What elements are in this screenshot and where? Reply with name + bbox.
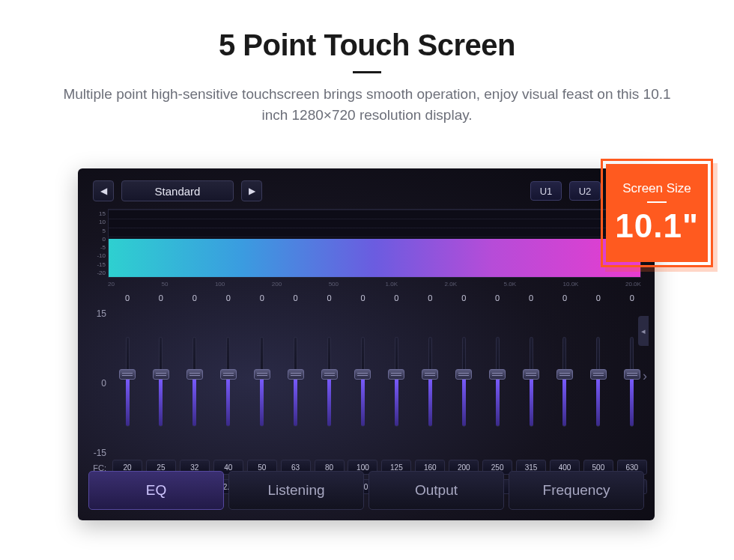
- slider-knob[interactable]: [186, 369, 203, 380]
- preset-name[interactable]: Standard: [121, 180, 234, 201]
- spectrum-y-tick: 10: [91, 219, 106, 225]
- band-slider[interactable]: [482, 305, 512, 458]
- spectrum-y-tick: -10: [91, 252, 106, 259]
- band-gain-value: 0: [461, 293, 466, 305]
- eq-band-10: 0: [415, 293, 445, 458]
- badge-label: Screen Size: [622, 181, 691, 196]
- band-gain-value: 0: [159, 293, 163, 305]
- band-slider[interactable]: [381, 305, 411, 458]
- slider-knob[interactable]: [153, 369, 169, 380]
- eq-band-11: 0: [449, 293, 479, 458]
- screen-size-badge: Screen Size 10.1": [601, 159, 713, 267]
- spectrum-x-tick: 1.0K: [386, 281, 398, 287]
- slider-knob[interactable]: [321, 369, 338, 380]
- next-preset-button[interactable]: ▶: [241, 180, 262, 201]
- slider-y-axis: 15 0 -15: [84, 293, 111, 458]
- tab-frequency[interactable]: Frequency: [509, 471, 644, 510]
- eq-band-4: 0: [213, 293, 243, 458]
- band-slider[interactable]: [112, 305, 142, 458]
- band-gain-value: 0: [562, 293, 567, 305]
- spectrum-x-tick: 5.0K: [504, 281, 516, 287]
- prev-preset-button[interactable]: ◀: [93, 180, 114, 201]
- spectrum-x-tick: 20: [108, 281, 115, 287]
- spectrum-y-axis: 151050-5-10-15-20: [91, 209, 108, 278]
- band-gain-value: 0: [630, 293, 634, 305]
- slider-axis-max: 15: [84, 293, 106, 359]
- spectrum-x-tick: 2.0K: [445, 281, 457, 287]
- eq-device-screen: ◀ Standard ▶ U1U2U3 151050-5-10-15-20 20…: [78, 168, 655, 520]
- eq-band-3: 0: [180, 293, 210, 458]
- eq-band-2: 0: [146, 293, 176, 458]
- spectrum-fill: [109, 239, 640, 277]
- slider-axis-mid: 0: [84, 359, 106, 409]
- slider-knob[interactable]: [455, 369, 472, 380]
- user-preset-u2[interactable]: U2: [569, 181, 601, 201]
- eq-band-12: 0: [482, 293, 512, 458]
- slider-knob[interactable]: [220, 369, 237, 380]
- band-slider[interactable]: [449, 305, 479, 458]
- spectrum-x-tick: 200: [272, 281, 282, 287]
- eq-band-5: 0: [247, 293, 277, 458]
- slider-knob[interactable]: [422, 369, 438, 380]
- eq-band-6: 0: [281, 293, 311, 458]
- page-subtitle: Multiple point high-sensitive touchscree…: [0, 84, 734, 125]
- spectrum-x-tick: 50: [161, 281, 168, 287]
- band-slider[interactable]: [415, 305, 445, 458]
- spectrum-y-tick: 0: [91, 236, 106, 243]
- slider-knob[interactable]: [556, 369, 573, 380]
- band-gain-value: 0: [428, 293, 432, 305]
- slider-knob[interactable]: [523, 369, 539, 380]
- slider-knob[interactable]: [254, 369, 270, 380]
- band-slider[interactable]: [213, 305, 243, 458]
- band-gain-value: 0: [360, 293, 365, 305]
- band-gain-value: 0: [394, 293, 398, 305]
- slider-knob[interactable]: [489, 369, 506, 380]
- spectrum-y-tick: -5: [91, 244, 106, 251]
- band-slider[interactable]: [348, 305, 377, 458]
- tab-output[interactable]: Output: [368, 471, 504, 510]
- band-gain-value: 0: [495, 293, 500, 305]
- spectrum-x-tick: 20.0K: [625, 281, 641, 287]
- spectrum-x-tick: 10.0K: [563, 281, 579, 287]
- eq-band-8: 0: [348, 293, 377, 458]
- band-slider[interactable]: [550, 305, 580, 458]
- title-underline: [353, 71, 381, 73]
- slider-knob[interactable]: [354, 369, 371, 380]
- band-slider[interactable]: [281, 305, 311, 458]
- spectrum-y-tick: 5: [91, 228, 106, 234]
- slider-knob[interactable]: [119, 369, 136, 380]
- bottom-tabs: EQListeningOutputFrequency: [88, 471, 644, 510]
- band-gain-value: 0: [125, 293, 130, 305]
- slider-knob[interactable]: [288, 369, 304, 380]
- collapse-handle[interactable]: ◂: [638, 316, 649, 346]
- band-slider[interactable]: [146, 305, 176, 458]
- user-preset-u1[interactable]: U1: [530, 181, 562, 201]
- spectrum-x-tick: 500: [329, 281, 339, 287]
- slider-axis-min: -15: [84, 408, 106, 458]
- band-gain-value: 0: [327, 293, 331, 305]
- band-slider[interactable]: [315, 305, 345, 458]
- eq-band-7: 0: [315, 293, 345, 458]
- band-slider[interactable]: [583, 305, 613, 458]
- band-slider[interactable]: [180, 305, 210, 458]
- tab-eq[interactable]: EQ: [88, 471, 224, 510]
- eq-band-13: 0: [516, 293, 546, 458]
- band-slider[interactable]: [516, 305, 546, 458]
- spectrum-x-axis: 20501002005001.0K2.0K5.0K10.0K20.0K: [108, 281, 641, 287]
- slider-knob[interactable]: [388, 369, 404, 380]
- band-gain-value: 0: [260, 293, 264, 305]
- band-gain-value: 0: [529, 293, 533, 305]
- spectrum-y-tick: -20: [91, 270, 106, 276]
- tab-listening[interactable]: Listening: [228, 471, 364, 510]
- spectrum-y-tick: -15: [91, 261, 106, 268]
- band-gain-value: 0: [226, 293, 231, 305]
- scroll-right-button[interactable]: ›: [638, 353, 652, 398]
- page-title: 5 Point Touch Screen: [0, 0, 734, 62]
- band-slider[interactable]: [247, 305, 277, 458]
- slider-knob[interactable]: [590, 369, 607, 380]
- spectrum-y-tick: 15: [91, 210, 106, 217]
- spectrum-body: [108, 209, 641, 278]
- eq-band-1: 0: [112, 293, 142, 458]
- eq-sliders-area: 15 0 -15 0000000000000000 ◂ ›: [84, 293, 649, 458]
- band-gain-value: 0: [294, 293, 298, 305]
